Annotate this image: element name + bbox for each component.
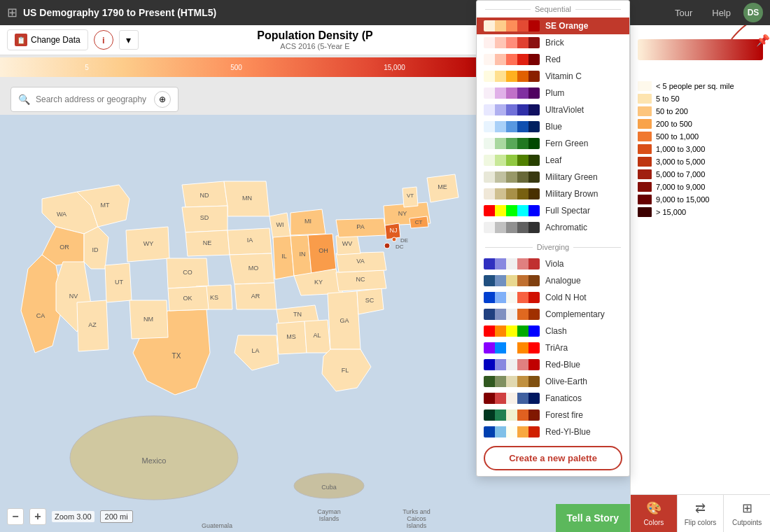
svg-text:SC: SC [365,297,374,304]
palette-item[interactable]: Brick [477,34,629,51]
zoom-in-button[interactable]: + [29,508,46,525]
svg-text:NV: NV [69,293,78,300]
svg-text:Islands: Islands [407,522,427,529]
svg-text:KS: KS [210,294,218,301]
svg-text:Caicos: Caicos [407,515,426,522]
svg-text:WV: WV [342,240,353,247]
svg-text:Islands: Islands [319,515,340,522]
palette-item[interactable]: Red-Yl-Blue [477,424,629,440]
diverging-items-list: ViolaAnalogueCold N HotComplementaryClas… [477,255,629,440]
svg-text:SD: SD [200,214,209,221]
colors-button[interactable]: 🎨 Colors [631,495,678,532]
legend-item: 200 to 500 [638,119,763,129]
color-palette-dropdown[interactable]: Sequential SE OrangeBrickRedVitamin CPlu… [476,0,630,477]
legend-item: < 5 people per sq. mile [638,81,763,91]
svg-text:VA: VA [356,258,364,265]
svg-text:UT: UT [115,279,123,286]
svg-text:CA: CA [36,312,46,319]
locate-button[interactable]: ⊕ [154,91,171,108]
svg-text:TX: TX [172,352,181,360]
palette-item[interactable]: Achromatic [477,219,629,236]
cutpoints-button[interactable]: ⊞ Cutpoints [724,495,770,532]
scale-bar: 200 mi [100,510,133,523]
topbar: ⊞ US Demography 1790 to Present (HTML5) … [0,0,770,25]
svg-text:NY: NY [398,210,407,217]
svg-text:MS: MS [286,333,296,340]
flip-colors-button[interactable]: ⇄ Flip colors [678,495,724,532]
palette-item[interactable]: Fanaticos [477,390,629,407]
palette-item[interactable]: UltraViolet [477,102,629,118]
palette-item[interactable]: SE Orange [477,18,629,34]
palette-item[interactable]: TriAra [477,340,629,356]
palette-item[interactable]: Viola [477,255,629,272]
svg-text:MI: MI [304,218,312,225]
palette-item[interactable]: Military Brown [477,186,629,202]
change-data-button[interactable]: 📋 Change Data [7,29,88,50]
palette-item[interactable]: Vitamin C [477,68,629,85]
create-palette-button[interactable]: Create a new palette [484,446,622,470]
tell-story-button[interactable]: Tell a Story [556,504,630,532]
user-avatar[interactable]: DS [743,3,763,22]
svg-text:OH: OH [318,247,328,254]
svg-text:WI: WI [276,221,284,228]
colors-icon: 🎨 [646,500,662,516]
svg-text:VT: VT [407,192,414,199]
help-button[interactable]: Help [705,5,738,21]
palette-item[interactable]: Clash [477,323,629,340]
palette-item[interactable]: Military Green [477,169,629,186]
palette-item[interactable]: Blue [477,118,629,135]
map-title: Population Density (P [257,29,372,42]
svg-text:Mexico: Mexico [142,456,167,465]
map-search-bar[interactable]: 🔍 ⊕ [10,87,178,112]
legend-item: 5 to 50 [638,94,763,104]
svg-text:MO: MO [248,265,259,272]
legend-item: 1,000 to 3,000 [638,144,763,154]
svg-text:AL: AL [313,332,321,339]
palette-item[interactable]: Full Spectar [477,202,629,219]
state-de[interactable] [392,237,396,241]
palette-item[interactable]: Plum [477,85,629,102]
svg-text:IL: IL [281,253,287,260]
palette-item[interactable]: Analogue [477,272,629,289]
palette-item[interactable]: Red [477,51,629,68]
map-subtitle: ACS 2016 (5-Year E [257,42,372,50]
svg-text:NC: NC [356,276,365,283]
palette-item[interactable]: Red-Blue [477,356,629,373]
search-icon: 🔍 [18,94,30,105]
bottom-controls: 🎨 Colors ⇄ Flip colors ⊞ Cutpoints [631,494,770,532]
svg-text:AZ: AZ [88,321,97,328]
svg-text:OR: OR [59,244,69,251]
zoom-label: Zoom 3.00 [52,511,94,522]
svg-text:LA: LA [251,347,259,354]
change-data-icon: 📋 [15,34,27,46]
search-input[interactable] [36,94,148,104]
svg-text:Cuba: Cuba [321,484,337,491]
legend-item: 9,000 to 15,000 [638,195,763,204]
svg-text:MN: MN [242,195,252,202]
palette-item[interactable]: Cold N Hot [477,289,629,306]
dropdown-button[interactable]: ▾ [119,30,139,50]
state-dc[interactable] [384,243,390,248]
svg-text:ND: ND [200,192,209,199]
tour-button[interactable]: Tour [668,5,699,21]
svg-text:DC: DC [396,244,404,250]
palette-item[interactable]: Leaf [477,152,629,169]
palette-item[interactable]: Complementary [477,306,629,323]
color-legend: 📌 < 5 people per sq. mile5 to 5050 to 20… [631,25,770,494]
info-button[interactable]: i [94,30,113,50]
svg-text:TN: TN [293,311,302,318]
palette-item[interactable]: Olive-Earth [477,373,629,390]
diverging-header: Diverging [477,239,629,255]
state-oh[interactable] [308,234,336,274]
svg-text:MT: MT [101,202,110,209]
cutpoints-icon: ⊞ [742,500,752,516]
svg-text:GA: GA [340,317,349,324]
legend-items: < 5 people per sq. mile5 to 5050 to 2002… [638,81,763,217]
palette-item[interactable]: Forest fire [477,407,629,424]
svg-text:WY: WY [144,240,154,247]
zoom-out-button[interactable]: − [7,508,24,525]
svg-text:IA: IA [247,237,253,244]
legend-item: 7,000 to 9,000 [638,182,763,192]
palette-item[interactable]: Fern Green [477,135,629,152]
legend-item: 50 to 200 [638,106,763,116]
